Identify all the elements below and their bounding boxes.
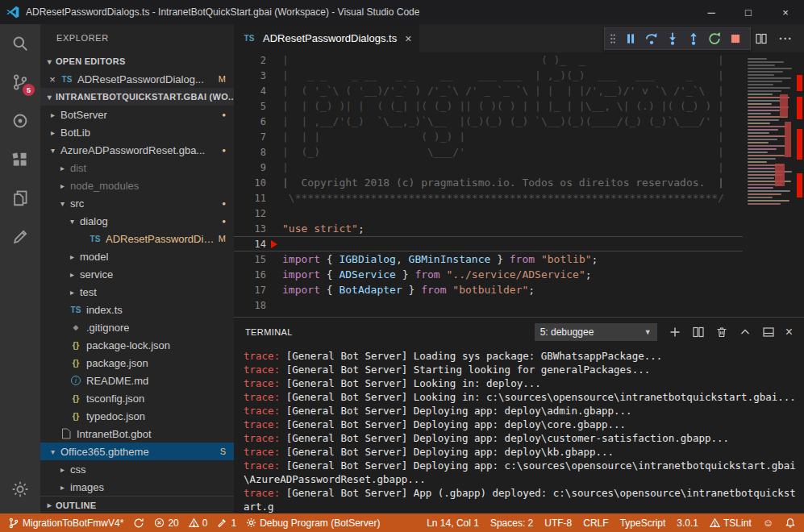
split-editor-button[interactable] bbox=[755, 32, 768, 45]
code-line-5[interactable]: 5| | (_) )| | ( (_| |( (_) || ( )( ) | |… bbox=[234, 98, 743, 114]
chevron-down-icon: ▾ bbox=[44, 93, 56, 102]
status-git-branch[interactable]: MigrationToBotFmwV4* bbox=[8, 517, 123, 529]
maximize-button[interactable]: □ bbox=[730, 0, 767, 24]
code-line-14[interactable]: 14 bbox=[234, 236, 743, 251]
minimap-line bbox=[748, 71, 783, 73]
tree-item-azureadpasswordreset-gba[interactable]: ▾AzureADPasswordReset.gba...● bbox=[40, 141, 234, 159]
tree-item-intranetbot-gbot[interactable]: IntranetBot.gbot bbox=[40, 425, 234, 443]
new-terminal-button[interactable] bbox=[669, 326, 681, 339]
code-line-2[interactable]: 2| ( )_ _ | bbox=[234, 52, 743, 68]
tree-item-service[interactable]: ▸service bbox=[40, 265, 234, 283]
status-language-mode[interactable]: TypeScript bbox=[620, 517, 666, 529]
close-panel-button[interactable]: × bbox=[785, 326, 793, 339]
status-ts-version[interactable]: 3.0.1 bbox=[677, 517, 698, 529]
tree-item-index-ts[interactable]: TSindex.ts bbox=[40, 301, 234, 318]
status-sync[interactable] bbox=[133, 517, 144, 529]
pause-button[interactable] bbox=[620, 28, 641, 49]
status-problems-errors[interactable]: 20 bbox=[154, 517, 178, 529]
tree-item-package-json[interactable]: {}package.json bbox=[40, 354, 234, 372]
restart-button[interactable] bbox=[704, 28, 725, 49]
step-into-button[interactable] bbox=[662, 28, 683, 49]
tree-item-adresetpassworddial[interactable]: TSADResetPasswordDial...M bbox=[40, 230, 234, 247]
code-line-4[interactable]: 4| ( '_`\ ( '__)/'_` ) /'_`\ /' _ `_ `\ … bbox=[234, 83, 743, 98]
close-editor-icon[interactable]: × bbox=[47, 73, 58, 85]
chevron-right-icon: ▸ bbox=[56, 483, 69, 492]
code-line-18[interactable]: 18 bbox=[234, 297, 743, 313]
tree-item-test[interactable]: ▸test bbox=[40, 283, 234, 301]
code-line-16[interactable]: 16import { ADService } from "../service/… bbox=[234, 267, 743, 282]
terminal-tab[interactable]: TERMINAL bbox=[245, 327, 293, 337]
maximize-panel-button[interactable] bbox=[739, 326, 752, 339]
status-tslint[interactable]: TSLint bbox=[710, 517, 752, 529]
panel-layout-button[interactable] bbox=[762, 326, 775, 339]
status-indentation[interactable]: Spaces: 2 bbox=[490, 517, 533, 529]
code-line-12[interactable]: 12 bbox=[234, 206, 743, 221]
status-tasks[interactable]: 1 bbox=[217, 517, 236, 529]
status-problems-warnings[interactable]: 0 bbox=[189, 517, 208, 529]
code-line-6[interactable]: 6| | ,__/'(_) `\__,_)`\__ |(_)(_) (_) `\… bbox=[234, 114, 743, 129]
line-number: 15 bbox=[234, 254, 271, 265]
tree-item-gitignore[interactable]: ◆.gitignore bbox=[40, 318, 234, 336]
code-line-17[interactable]: 17import { BotAdapter } from "botbuilder… bbox=[234, 282, 743, 297]
code-line-8[interactable]: 8| (_) \___/' | bbox=[234, 144, 743, 160]
status-debug-config[interactable]: Debug Program (BotServer) bbox=[246, 517, 380, 529]
outline-header[interactable]: ▸ OUTLINE bbox=[40, 496, 234, 513]
drag-handle-icon[interactable] bbox=[609, 31, 617, 46]
kill-terminal-button[interactable] bbox=[715, 326, 728, 339]
tree-item-office365-gbtheme[interactable]: ▾Office365.gbthemeS bbox=[40, 443, 234, 460]
status-cursor-position[interactable]: Ln 14, Col 1 bbox=[427, 517, 479, 529]
close-button[interactable]: × bbox=[767, 0, 804, 24]
tree-item-model[interactable]: ▸model bbox=[40, 247, 234, 265]
terminal-selector[interactable]: 5: debuggee ▼ bbox=[535, 323, 657, 341]
activity-source-control[interactable]: 5 bbox=[0, 63, 40, 102]
open-editor-item[interactable]: ×TSADResetPasswordDialog...M bbox=[40, 70, 234, 88]
tree-item-botlib[interactable]: ▸BotLib bbox=[40, 123, 234, 141]
code-line-3[interactable]: 3| _ _ _ __ _ _ __ ___ ___ | ,_)(_) ___ … bbox=[234, 68, 743, 83]
status-feedback[interactable]: ☺ bbox=[763, 517, 773, 529]
line-number: 16 bbox=[234, 269, 271, 281]
minimap[interactable] bbox=[743, 52, 794, 317]
code-line-7[interactable]: 7| | | ( )_) | | bbox=[234, 129, 743, 144]
code-line-9[interactable]: 9| | bbox=[234, 160, 743, 175]
tree-item-package-lock-json[interactable]: {}package-lock.json bbox=[40, 336, 234, 354]
code-line-13[interactable]: 13"use strict"; bbox=[234, 221, 743, 236]
activity-edit[interactable] bbox=[0, 218, 40, 256]
editor[interactable]: 2| ( )_ _ |3| _ _ _ __ _ _ __ ___ ___ | … bbox=[234, 52, 804, 317]
open-editors-header[interactable]: ▾ OPEN EDITORS bbox=[40, 52, 234, 70]
tree-item-dist[interactable]: ▸dist bbox=[40, 159, 234, 177]
split-terminal-button[interactable] bbox=[692, 326, 705, 339]
code-line-15[interactable]: 15import { IGBDialog, GBMinInstance } fr… bbox=[234, 251, 743, 267]
code-line-10[interactable]: 10| Copyright 2018 (c) pragmatismo.io. T… bbox=[234, 175, 743, 190]
chevron-right-icon: ▸ bbox=[56, 465, 69, 474]
tree-item-node-modules[interactable]: ▸node_modules bbox=[40, 177, 234, 194]
tree-item-label: tsconfig.json bbox=[86, 393, 144, 405]
status-eol[interactable]: CRLF bbox=[583, 517, 608, 529]
activity-settings[interactable] bbox=[0, 470, 40, 509]
status-bar: MigrationToBotFmwV4*2001Debug Program (B… bbox=[0, 513, 804, 532]
tab-adresetpassworddialogs-ts[interactable]: TS ADResetPasswordDialogs.ts × bbox=[234, 24, 419, 52]
gear-small-icon bbox=[246, 517, 256, 528]
status-encoding[interactable]: UTF-8 bbox=[544, 517, 572, 529]
minimize-button[interactable]: ─ bbox=[693, 0, 730, 24]
activity-files[interactable] bbox=[0, 179, 40, 218]
tree-item-css[interactable]: ▸css bbox=[40, 460, 234, 478]
tree-item-tsconfig-json[interactable]: {}tsconfig.json bbox=[40, 389, 234, 407]
tree-item-src[interactable]: ▾src● bbox=[40, 194, 234, 212]
tree-item-readme-md[interactable]: iREADME.md bbox=[40, 372, 234, 389]
activity-extensions[interactable] bbox=[0, 140, 40, 179]
step-over-button[interactable] bbox=[641, 28, 662, 49]
tree-item-botserver[interactable]: ▸BotServer● bbox=[40, 106, 234, 123]
status-notifications[interactable] bbox=[785, 517, 796, 529]
step-out-button[interactable] bbox=[683, 28, 704, 49]
code-line-11[interactable]: 11 \************************************… bbox=[234, 190, 743, 206]
tree-item-images[interactable]: ▸images bbox=[40, 478, 234, 496]
activity-debug[interactable] bbox=[0, 102, 40, 140]
more-actions-button[interactable]: ··· bbox=[779, 32, 793, 45]
activity-search[interactable] bbox=[0, 24, 40, 63]
tab-close-icon[interactable]: × bbox=[405, 32, 411, 45]
tree-item-typedoc-json[interactable]: {}typedoc.json bbox=[40, 407, 234, 425]
tree-item-dialog[interactable]: ▾dialog● bbox=[40, 212, 234, 230]
terminal-output[interactable]: trace: [General Bot Server] Loading sys … bbox=[234, 346, 804, 513]
workspace-header[interactable]: ▾ INTRANETBOTQUICKSTART.GBAI (WO... bbox=[40, 88, 234, 106]
stop-button[interactable] bbox=[725, 28, 746, 49]
